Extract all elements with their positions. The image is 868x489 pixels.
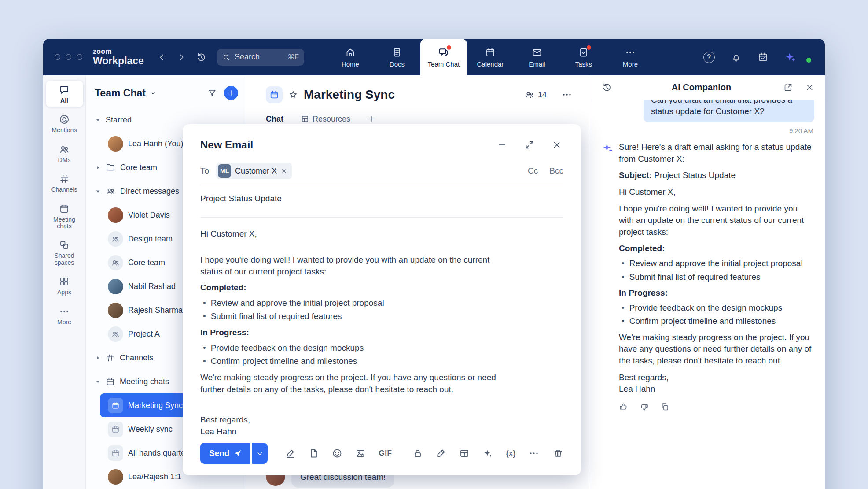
- rail-item-dms[interactable]: DMs: [46, 140, 83, 167]
- composer-more-button[interactable]: [529, 448, 539, 459]
- topnav-team-chat[interactable]: Team Chat: [420, 39, 467, 75]
- group-avatar-icon: [108, 326, 123, 342]
- forward-button[interactable]: [175, 50, 188, 64]
- signature-button[interactable]: [285, 448, 296, 459]
- to-field[interactable]: To ML Customer X Cc Bcc: [200, 162, 563, 180]
- help-button[interactable]: ?: [702, 50, 717, 65]
- chevron-right-icon: [177, 52, 186, 62]
- recipient-chip[interactable]: ML Customer X: [216, 163, 292, 179]
- new-chat-button[interactable]: [224, 86, 238, 100]
- rail-item-all[interactable]: All: [46, 81, 83, 107]
- list-item: Provide feedback on the design mockups: [622, 302, 814, 314]
- zoom-window-control[interactable]: [77, 54, 82, 60]
- encrypt-button[interactable]: [412, 448, 423, 459]
- modal-title: New Email: [200, 139, 253, 151]
- minimize-modal-button[interactable]: [496, 138, 509, 152]
- ai-history-button[interactable]: [600, 81, 626, 94]
- topnav-tasks[interactable]: Tasks: [560, 39, 607, 75]
- member-count[interactable]: 14: [525, 90, 547, 100]
- thumbs-down-button[interactable]: [640, 402, 649, 411]
- close-window-control[interactable]: [55, 54, 60, 60]
- email-closing: We're making steady progress on the proj…: [200, 372, 508, 396]
- channel-more-button[interactable]: [560, 88, 574, 102]
- ai-close-button[interactable]: [803, 81, 816, 94]
- send-options-button[interactable]: [252, 443, 268, 464]
- layout-button[interactable]: [459, 448, 470, 459]
- ai-completed-list: Review and approve the initial project p…: [622, 257, 814, 283]
- left-rail: All Mentions DMs Channels Meeting chats: [43, 75, 86, 489]
- calendar-check-icon: [758, 52, 769, 63]
- topnav-home[interactable]: Home: [327, 39, 374, 75]
- team-chat-dropdown[interactable]: Team Chat: [95, 87, 156, 99]
- profile-menu-button[interactable]: [810, 56, 813, 59]
- search-icon: [222, 53, 230, 61]
- folder-icon: [106, 163, 115, 172]
- topnav-docs[interactable]: Docs: [374, 39, 420, 75]
- more-icon: [562, 89, 572, 100]
- members-icon: [525, 90, 534, 100]
- topnav-more[interactable]: More: [607, 39, 654, 75]
- back-button[interactable]: [155, 50, 169, 64]
- variables-button[interactable]: {x}: [506, 448, 515, 458]
- subject-input[interactable]: Project Status Update: [200, 185, 563, 212]
- topnav-calendar[interactable]: Calendar: [467, 39, 514, 75]
- search-input[interactable]: Search ⌘F: [217, 49, 304, 66]
- emoji-icon: [332, 448, 342, 459]
- rail-item-mentions[interactable]: Mentions: [46, 110, 83, 137]
- rail-item-channels[interactable]: Channels: [46, 170, 83, 196]
- ai-compose-button[interactable]: [482, 448, 493, 459]
- expand-icon: [525, 140, 534, 150]
- emoji-button[interactable]: [332, 448, 342, 459]
- notifications-button[interactable]: [729, 50, 743, 64]
- list-item: Review and approve the initial project p…: [622, 257, 814, 270]
- filter-button[interactable]: [207, 88, 217, 98]
- ai-open-external-button[interactable]: [782, 81, 794, 94]
- rail-item-shared-spaces[interactable]: Shared spaces: [46, 236, 83, 269]
- resources-icon: [301, 115, 309, 123]
- avatar-violet-davis: [108, 207, 123, 223]
- docs-icon: [392, 47, 402, 58]
- bcc-button[interactable]: Bcc: [549, 166, 563, 176]
- window-controls[interactable]: [55, 54, 82, 60]
- remove-recipient-button[interactable]: [281, 168, 287, 174]
- plus-icon: [368, 115, 376, 123]
- primary-navigation: Home Docs Team Chat Calendar: [327, 39, 654, 75]
- meeting-chat-badge-icon: [266, 86, 283, 103]
- discard-draft-button[interactable]: [553, 448, 563, 459]
- close-modal-button[interactable]: [550, 138, 563, 152]
- close-icon: [281, 168, 287, 174]
- edit-button[interactable]: [436, 448, 446, 459]
- history-button[interactable]: [194, 50, 208, 64]
- more-dots-icon: [59, 306, 70, 317]
- cc-button[interactable]: Cc: [528, 166, 538, 176]
- attach-file-button[interactable]: [309, 448, 319, 459]
- rail-item-more[interactable]: More: [46, 302, 83, 329]
- gif-button[interactable]: GIF: [379, 449, 392, 458]
- topnav-email[interactable]: Email: [514, 39, 560, 75]
- minimize-window-control[interactable]: [66, 54, 71, 60]
- email-body-editor[interactable]: Hi Customer X, I hope you're doing well!…: [200, 218, 508, 437]
- add-tab-button[interactable]: [368, 115, 376, 123]
- search-placeholder: Search: [235, 52, 260, 62]
- ai-companion-button[interactable]: [783, 50, 798, 65]
- send-button[interactable]: Send: [200, 443, 250, 464]
- email-signature: Best regards, Lea Hahn: [200, 414, 508, 437]
- search-shortcut: ⌘F: [287, 53, 299, 61]
- at-sign-icon: [59, 114, 70, 125]
- ai-user-message: Can you draft an email that provides a s…: [644, 100, 814, 122]
- rail-item-meeting-chats[interactable]: Meeting chats: [46, 200, 83, 233]
- people-icon: [59, 144, 70, 155]
- close-icon: [552, 140, 562, 150]
- meeting-chat-icon: [108, 398, 123, 413]
- star-channel-button[interactable]: [288, 90, 298, 100]
- upcoming-meetings-button[interactable]: [756, 50, 770, 64]
- ai-companion-title: AI Companion: [626, 82, 776, 93]
- expand-modal-button[interactable]: [523, 138, 536, 152]
- list-item: Confirm project timeline and milestones: [622, 315, 814, 327]
- thumbs-up-button[interactable]: [619, 402, 628, 411]
- rail-item-apps[interactable]: Apps: [46, 272, 83, 299]
- copy-button[interactable]: [660, 402, 669, 411]
- insert-image-button[interactable]: [355, 448, 366, 459]
- ai-conversation[interactable]: Can you draft an email that provides a s…: [591, 100, 825, 489]
- tab-resources[interactable]: Resources: [301, 115, 350, 124]
